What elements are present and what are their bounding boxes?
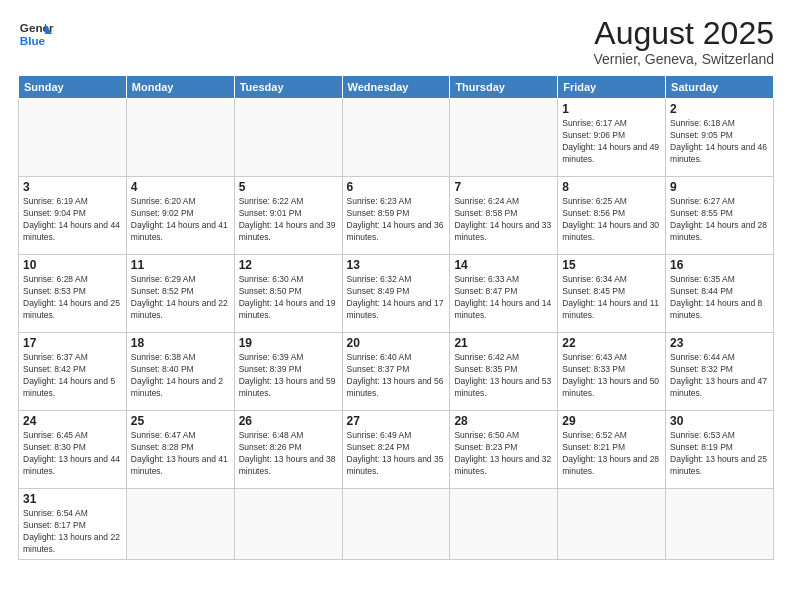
- day-info: Sunrise: 6:22 AM Sunset: 9:01 PM Dayligh…: [239, 196, 338, 244]
- calendar-table: SundayMondayTuesdayWednesdayThursdayFrid…: [18, 75, 774, 560]
- week-row-0: 1Sunrise: 6:17 AM Sunset: 9:06 PM Daylig…: [19, 99, 774, 177]
- calendar-cell: 28Sunrise: 6:50 AM Sunset: 8:23 PM Dayli…: [450, 411, 558, 489]
- day-info: Sunrise: 6:40 AM Sunset: 8:37 PM Dayligh…: [347, 352, 446, 400]
- day-number: 1: [562, 102, 661, 116]
- day-info: Sunrise: 6:35 AM Sunset: 8:44 PM Dayligh…: [670, 274, 769, 322]
- day-number: 8: [562, 180, 661, 194]
- day-info: Sunrise: 6:39 AM Sunset: 8:39 PM Dayligh…: [239, 352, 338, 400]
- calendar-cell: 18Sunrise: 6:38 AM Sunset: 8:40 PM Dayli…: [126, 333, 234, 411]
- calendar-cell: 3Sunrise: 6:19 AM Sunset: 9:04 PM Daylig…: [19, 177, 127, 255]
- day-number: 22: [562, 336, 661, 350]
- day-info: Sunrise: 6:20 AM Sunset: 9:02 PM Dayligh…: [131, 196, 230, 244]
- day-number: 17: [23, 336, 122, 350]
- day-number: 2: [670, 102, 769, 116]
- calendar-cell: 31Sunrise: 6:54 AM Sunset: 8:17 PM Dayli…: [19, 489, 127, 560]
- weekday-friday: Friday: [558, 76, 666, 99]
- calendar-cell: 16Sunrise: 6:35 AM Sunset: 8:44 PM Dayli…: [666, 255, 774, 333]
- day-info: Sunrise: 6:43 AM Sunset: 8:33 PM Dayligh…: [562, 352, 661, 400]
- week-row-3: 17Sunrise: 6:37 AM Sunset: 8:42 PM Dayli…: [19, 333, 774, 411]
- day-info: Sunrise: 6:52 AM Sunset: 8:21 PM Dayligh…: [562, 430, 661, 478]
- day-number: 20: [347, 336, 446, 350]
- calendar-cell: 14Sunrise: 6:33 AM Sunset: 8:47 PM Dayli…: [450, 255, 558, 333]
- day-number: 7: [454, 180, 553, 194]
- calendar-cell: [126, 99, 234, 177]
- logo-icon: General Blue: [18, 16, 54, 52]
- day-info: Sunrise: 6:33 AM Sunset: 8:47 PM Dayligh…: [454, 274, 553, 322]
- calendar-subtitle: Vernier, Geneva, Switzerland: [593, 51, 774, 67]
- week-row-4: 24Sunrise: 6:45 AM Sunset: 8:30 PM Dayli…: [19, 411, 774, 489]
- week-row-1: 3Sunrise: 6:19 AM Sunset: 9:04 PM Daylig…: [19, 177, 774, 255]
- day-number: 4: [131, 180, 230, 194]
- calendar-cell: 4Sunrise: 6:20 AM Sunset: 9:02 PM Daylig…: [126, 177, 234, 255]
- calendar-cell: 7Sunrise: 6:24 AM Sunset: 8:58 PM Daylig…: [450, 177, 558, 255]
- calendar-cell: 17Sunrise: 6:37 AM Sunset: 8:42 PM Dayli…: [19, 333, 127, 411]
- day-number: 13: [347, 258, 446, 272]
- day-info: Sunrise: 6:18 AM Sunset: 9:05 PM Dayligh…: [670, 118, 769, 166]
- day-info: Sunrise: 6:23 AM Sunset: 8:59 PM Dayligh…: [347, 196, 446, 244]
- day-number: 12: [239, 258, 338, 272]
- day-info: Sunrise: 6:48 AM Sunset: 8:26 PM Dayligh…: [239, 430, 338, 478]
- day-number: 27: [347, 414, 446, 428]
- day-number: 10: [23, 258, 122, 272]
- day-info: Sunrise: 6:38 AM Sunset: 8:40 PM Dayligh…: [131, 352, 230, 400]
- day-number: 15: [562, 258, 661, 272]
- calendar-cell: [234, 99, 342, 177]
- day-info: Sunrise: 6:28 AM Sunset: 8:53 PM Dayligh…: [23, 274, 122, 322]
- day-number: 19: [239, 336, 338, 350]
- weekday-wednesday: Wednesday: [342, 76, 450, 99]
- calendar-cell: 23Sunrise: 6:44 AM Sunset: 8:32 PM Dayli…: [666, 333, 774, 411]
- day-info: Sunrise: 6:54 AM Sunset: 8:17 PM Dayligh…: [23, 508, 122, 556]
- day-info: Sunrise: 6:17 AM Sunset: 9:06 PM Dayligh…: [562, 118, 661, 166]
- day-number: 5: [239, 180, 338, 194]
- calendar-cell: 27Sunrise: 6:49 AM Sunset: 8:24 PM Dayli…: [342, 411, 450, 489]
- day-info: Sunrise: 6:24 AM Sunset: 8:58 PM Dayligh…: [454, 196, 553, 244]
- day-number: 25: [131, 414, 230, 428]
- calendar-cell: [234, 489, 342, 560]
- day-number: 21: [454, 336, 553, 350]
- calendar-cell: 21Sunrise: 6:42 AM Sunset: 8:35 PM Dayli…: [450, 333, 558, 411]
- calendar-cell: 2Sunrise: 6:18 AM Sunset: 9:05 PM Daylig…: [666, 99, 774, 177]
- weekday-sunday: Sunday: [19, 76, 127, 99]
- day-number: 18: [131, 336, 230, 350]
- calendar-cell: [450, 99, 558, 177]
- calendar-cell: [666, 489, 774, 560]
- weekday-monday: Monday: [126, 76, 234, 99]
- calendar-cell: 25Sunrise: 6:47 AM Sunset: 8:28 PM Dayli…: [126, 411, 234, 489]
- day-info: Sunrise: 6:32 AM Sunset: 8:49 PM Dayligh…: [347, 274, 446, 322]
- calendar-cell: [342, 99, 450, 177]
- day-info: Sunrise: 6:37 AM Sunset: 8:42 PM Dayligh…: [23, 352, 122, 400]
- calendar-cell: 22Sunrise: 6:43 AM Sunset: 8:33 PM Dayli…: [558, 333, 666, 411]
- calendar-cell: 26Sunrise: 6:48 AM Sunset: 8:26 PM Dayli…: [234, 411, 342, 489]
- calendar-cell: 9Sunrise: 6:27 AM Sunset: 8:55 PM Daylig…: [666, 177, 774, 255]
- day-number: 30: [670, 414, 769, 428]
- weekday-saturday: Saturday: [666, 76, 774, 99]
- day-number: 6: [347, 180, 446, 194]
- calendar-cell: [126, 489, 234, 560]
- day-number: 26: [239, 414, 338, 428]
- title-block: August 2025 Vernier, Geneva, Switzerland: [593, 16, 774, 67]
- logo: General Blue: [18, 16, 54, 52]
- calendar-cell: 29Sunrise: 6:52 AM Sunset: 8:21 PM Dayli…: [558, 411, 666, 489]
- calendar-cell: 15Sunrise: 6:34 AM Sunset: 8:45 PM Dayli…: [558, 255, 666, 333]
- day-number: 14: [454, 258, 553, 272]
- calendar-title: August 2025: [593, 16, 774, 51]
- day-number: 28: [454, 414, 553, 428]
- calendar-cell: [19, 99, 127, 177]
- svg-text:Blue: Blue: [20, 34, 46, 47]
- calendar-cell: [450, 489, 558, 560]
- calendar-cell: 8Sunrise: 6:25 AM Sunset: 8:56 PM Daylig…: [558, 177, 666, 255]
- calendar-header: SundayMondayTuesdayWednesdayThursdayFrid…: [19, 76, 774, 99]
- calendar-cell: 12Sunrise: 6:30 AM Sunset: 8:50 PM Dayli…: [234, 255, 342, 333]
- day-number: 29: [562, 414, 661, 428]
- weekday-row: SundayMondayTuesdayWednesdayThursdayFrid…: [19, 76, 774, 99]
- calendar-cell: 13Sunrise: 6:32 AM Sunset: 8:49 PM Dayli…: [342, 255, 450, 333]
- calendar-body: 1Sunrise: 6:17 AM Sunset: 9:06 PM Daylig…: [19, 99, 774, 560]
- day-info: Sunrise: 6:45 AM Sunset: 8:30 PM Dayligh…: [23, 430, 122, 478]
- weekday-thursday: Thursday: [450, 76, 558, 99]
- calendar-cell: 11Sunrise: 6:29 AM Sunset: 8:52 PM Dayli…: [126, 255, 234, 333]
- day-number: 24: [23, 414, 122, 428]
- day-info: Sunrise: 6:29 AM Sunset: 8:52 PM Dayligh…: [131, 274, 230, 322]
- calendar-cell: [558, 489, 666, 560]
- week-row-2: 10Sunrise: 6:28 AM Sunset: 8:53 PM Dayli…: [19, 255, 774, 333]
- calendar-cell: 5Sunrise: 6:22 AM Sunset: 9:01 PM Daylig…: [234, 177, 342, 255]
